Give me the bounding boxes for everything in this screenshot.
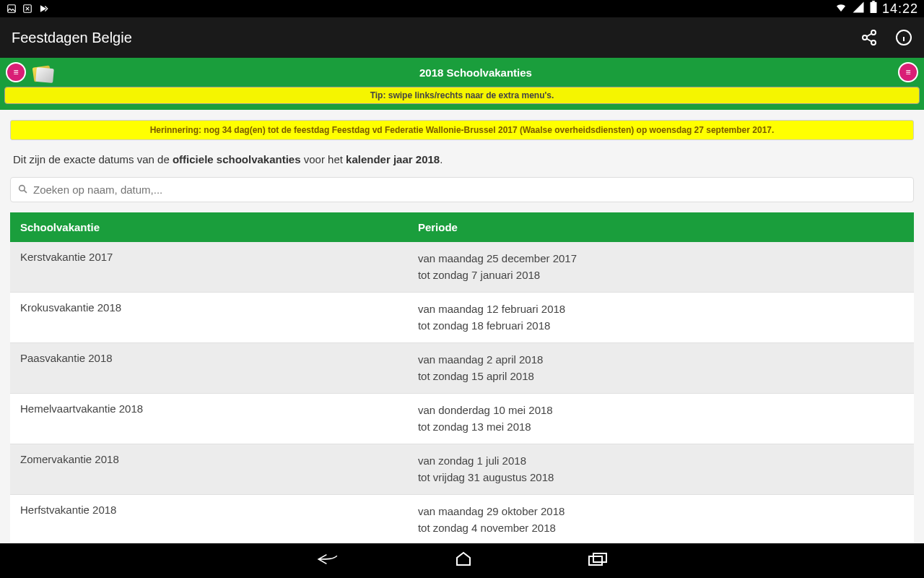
table-row[interactable]: Kerstvakantie 2017van maandag 25 decembe… bbox=[10, 242, 914, 293]
signal-icon bbox=[852, 1, 865, 17]
page-title: 2018 Schoolvakanties bbox=[53, 66, 898, 79]
svg-line-8 bbox=[867, 39, 872, 42]
vacation-name: Kerstvakantie 2017 bbox=[10, 242, 408, 293]
page-header: ≡ 2018 Schoolvakanties ≡ bbox=[0, 58, 924, 87]
svg-rect-2 bbox=[870, 2, 876, 13]
svg-rect-3 bbox=[872, 1, 875, 2]
back-button[interactable] bbox=[316, 551, 339, 571]
vacation-name: Zomervakantie 2018 bbox=[10, 444, 408, 495]
menu-left-button[interactable]: ≡ bbox=[6, 62, 26, 82]
svg-line-13 bbox=[24, 190, 27, 193]
svg-point-6 bbox=[871, 40, 876, 45]
tip-bar: Tip: swipe links/rechts naar de extra me… bbox=[4, 87, 920, 104]
svg-point-4 bbox=[871, 30, 876, 35]
search-input[interactable] bbox=[33, 184, 906, 196]
intro-bold2: kalender jaar 2018 bbox=[346, 153, 440, 165]
recents-button[interactable] bbox=[588, 552, 608, 569]
intro-prefix: Dit zijn de exacte datums van de bbox=[13, 153, 173, 165]
calendar-icon bbox=[30, 62, 53, 82]
vacation-period: van zondag 1 juli 2018tot vrijdag 31 aug… bbox=[408, 444, 914, 495]
intro-bold1: officiele schoolvakanties bbox=[173, 153, 301, 165]
status-bar: 14:22 bbox=[0, 0, 924, 17]
action-bar: Feestdagen Belgie bbox=[0, 17, 924, 58]
reminder-bar: Herinnering: nog 34 dag(en) tot de feest… bbox=[10, 120, 914, 140]
status-time: 14:22 bbox=[882, 1, 918, 17]
app-title: Feestdagen Belgie bbox=[12, 30, 132, 46]
vacation-period: van donderdag 10 mei 2018tot zondag 13 m… bbox=[408, 394, 914, 444]
intro-suffix: . bbox=[440, 153, 443, 165]
home-button[interactable] bbox=[455, 551, 472, 571]
menu-icon: ≡ bbox=[13, 67, 18, 77]
svg-line-7 bbox=[867, 34, 872, 37]
svg-point-5 bbox=[863, 35, 867, 40]
vacation-name: Krokusvakantie 2018 bbox=[10, 293, 408, 343]
search-box[interactable] bbox=[10, 177, 914, 202]
vacation-name: Paasvakantie 2018 bbox=[10, 343, 408, 394]
battery-icon bbox=[869, 1, 878, 17]
vacation-period: van maandag 12 februari 2018tot zondag 1… bbox=[408, 293, 914, 343]
image-icon bbox=[6, 3, 17, 14]
system-nav-bar bbox=[0, 543, 924, 578]
table-row[interactable]: Paasvakantie 2018van maandag 2 april 201… bbox=[10, 343, 914, 394]
menu-icon: ≡ bbox=[905, 67, 910, 77]
vacation-period: van maandag 2 april 2018tot zondag 15 ap… bbox=[408, 343, 914, 394]
vacation-period: van maandag 29 oktober 2018tot zondag 4 … bbox=[408, 495, 914, 544]
vacation-table: Schoolvakantie Periode Kerstvakantie 201… bbox=[10, 212, 914, 543]
search-icon bbox=[18, 184, 27, 196]
intro-mid: voor het bbox=[301, 153, 346, 165]
intro-text: Dit zijn de exacte datums van de officie… bbox=[0, 150, 924, 177]
share-icon[interactable] bbox=[860, 29, 878, 46]
svg-rect-14 bbox=[589, 556, 602, 565]
vacation-name: Herfstvakantie 2018 bbox=[10, 495, 408, 544]
table-header-period: Periode bbox=[408, 212, 914, 242]
table-row[interactable]: Herfstvakantie 2018van maandag 29 oktobe… bbox=[10, 495, 914, 544]
vacation-name: Hemelvaartvakantie 2018 bbox=[10, 394, 408, 444]
vacation-period: van maandag 25 december 2017tot zondag 7… bbox=[408, 242, 914, 293]
info-icon[interactable] bbox=[895, 29, 912, 46]
image-remove-icon bbox=[22, 3, 33, 14]
table-row[interactable]: Krokusvakantie 2018van maandag 12 februa… bbox=[10, 293, 914, 343]
table-header-name: Schoolvakantie bbox=[10, 212, 408, 242]
svg-rect-15 bbox=[593, 553, 606, 562]
menu-right-button[interactable]: ≡ bbox=[898, 62, 918, 82]
svg-point-12 bbox=[19, 185, 25, 191]
wifi-icon bbox=[834, 1, 847, 17]
content-area: Herinnering: nog 34 dag(en) tot de feest… bbox=[0, 110, 924, 543]
svg-rect-0 bbox=[8, 5, 16, 13]
table-row[interactable]: Zomervakantie 2018van zondag 1 juli 2018… bbox=[10, 444, 914, 495]
play-icon bbox=[38, 3, 49, 14]
table-row[interactable]: Hemelvaartvakantie 2018van donderdag 10 … bbox=[10, 394, 914, 444]
